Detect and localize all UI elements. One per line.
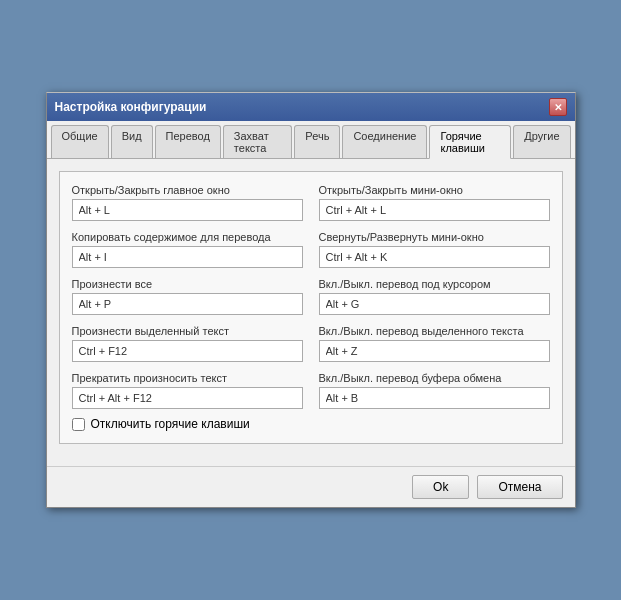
field-input[interactable] — [72, 293, 303, 315]
tab-речь[interactable]: Речь — [294, 125, 340, 158]
hotkeys-panel: Открыть/Закрыть главное окноОткрыть/Закр… — [59, 171, 563, 444]
field-input[interactable] — [72, 199, 303, 221]
disable-hotkeys-checkbox[interactable] — [72, 418, 85, 431]
tab-горячие клавиши[interactable]: Горячие клавиши — [429, 125, 511, 159]
field-group-right-1: Свернуть/Развернуть мини-окно — [319, 231, 550, 268]
footer: Ok Отмена — [47, 466, 575, 507]
main-window: Настройка конфигурации ✕ ОбщиеВидПеревод… — [46, 92, 576, 508]
field-label: Произнести выделенный текст — [72, 325, 303, 337]
tab-вид[interactable]: Вид — [111, 125, 153, 158]
tab-bar: ОбщиеВидПереводЗахват текстаРечьСоединен… — [47, 121, 575, 159]
field-label: Свернуть/Развернуть мини-окно — [319, 231, 550, 243]
field-input[interactable] — [72, 340, 303, 362]
field-input[interactable] — [319, 199, 550, 221]
field-group-left-3: Произнести выделенный текст — [72, 325, 303, 362]
field-group-right-2: Вкл./Выкл. перевод под курсором — [319, 278, 550, 315]
tab-захват текста[interactable]: Захват текста — [223, 125, 292, 158]
title-bar-buttons: ✕ — [549, 98, 567, 116]
field-label: Произнести все — [72, 278, 303, 290]
field-group-left-2: Произнести все — [72, 278, 303, 315]
tab-другие[interactable]: Другие — [513, 125, 570, 158]
field-group-right-3: Вкл./Выкл. перевод выделенного текста — [319, 325, 550, 362]
tab-общие[interactable]: Общие — [51, 125, 109, 158]
cancel-button[interactable]: Отмена — [477, 475, 562, 499]
disable-hotkeys-label: Отключить горячие клавиши — [91, 417, 250, 431]
field-label: Вкл./Выкл. перевод буфера обмена — [319, 372, 550, 384]
window-title: Настройка конфигурации — [55, 100, 207, 114]
field-label: Вкл./Выкл. перевод под курсором — [319, 278, 550, 290]
field-input[interactable] — [319, 340, 550, 362]
close-button[interactable]: ✕ — [549, 98, 567, 116]
disable-hotkeys-row: Отключить горячие клавиши — [72, 417, 550, 431]
field-group-right-0: Открыть/Закрыть мини-окно — [319, 184, 550, 221]
field-label: Открыть/Закрыть мини-окно — [319, 184, 550, 196]
field-label: Открыть/Закрыть главное окно — [72, 184, 303, 196]
ok-button[interactable]: Ok — [412, 475, 469, 499]
field-input[interactable] — [319, 293, 550, 315]
field-group-left-0: Открыть/Закрыть главное окно — [72, 184, 303, 221]
fields-grid: Открыть/Закрыть главное окноОткрыть/Закр… — [72, 184, 550, 409]
content-area: Открыть/Закрыть главное окноОткрыть/Закр… — [47, 159, 575, 466]
field-label: Вкл./Выкл. перевод выделенного текста — [319, 325, 550, 337]
field-input[interactable] — [72, 246, 303, 268]
field-input[interactable] — [72, 387, 303, 409]
field-group-left-1: Копировать содержимое для перевода — [72, 231, 303, 268]
field-group-right-4: Вкл./Выкл. перевод буфера обмена — [319, 372, 550, 409]
field-input[interactable] — [319, 387, 550, 409]
field-input[interactable] — [319, 246, 550, 268]
field-label: Копировать содержимое для перевода — [72, 231, 303, 243]
field-label: Прекратить произносить текст — [72, 372, 303, 384]
tab-перевод[interactable]: Перевод — [155, 125, 221, 158]
field-group-left-4: Прекратить произносить текст — [72, 372, 303, 409]
tab-соединение[interactable]: Соединение — [342, 125, 427, 158]
title-bar: Настройка конфигурации ✕ — [47, 93, 575, 121]
